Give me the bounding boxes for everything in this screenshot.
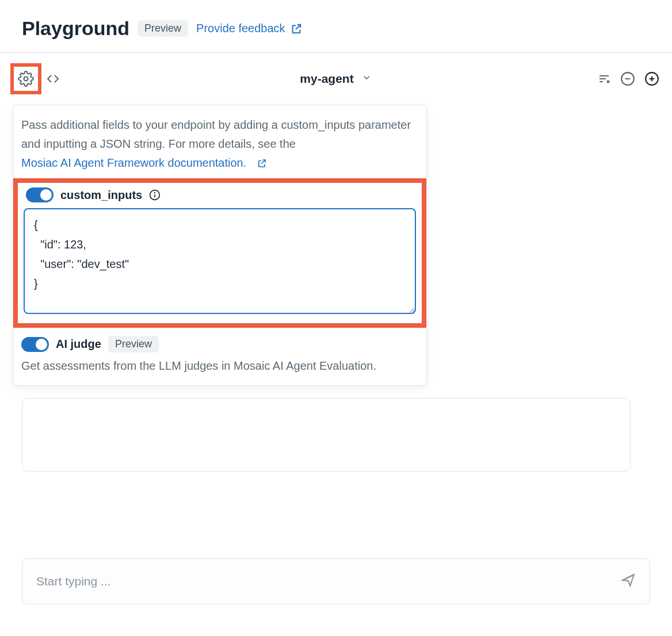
background-card	[22, 398, 631, 472]
external-link-icon	[290, 22, 303, 35]
plus-circle-icon[interactable]	[644, 71, 659, 86]
external-link-icon	[257, 158, 267, 168]
minus-circle-icon[interactable]	[620, 71, 635, 86]
ai-judge-toggle[interactable]	[21, 337, 49, 352]
ai-judge-label: AI judge	[56, 338, 101, 351]
gear-icon[interactable]	[18, 71, 34, 87]
docs-link[interactable]: Mosiac AI Agent Framework documentation.	[21, 154, 267, 173]
custom-inputs-textarea[interactable]	[24, 208, 416, 314]
main-area: Pass additional fields to your endpoint …	[0, 105, 672, 636]
toolbar-right-icons	[597, 71, 659, 86]
send-icon[interactable]	[621, 573, 636, 590]
feedback-link-label: Provide feedback	[196, 22, 285, 35]
provide-feedback-link[interactable]: Provide feedback	[196, 22, 303, 35]
page-header: Playground Preview Provide feedback	[0, 0, 672, 52]
custom-inputs-toggle[interactable]	[26, 187, 54, 202]
chat-placeholder: Start typing ...	[36, 574, 621, 588]
endpoint-name: my-agent	[300, 72, 353, 86]
svg-point-13	[155, 193, 155, 193]
custom-inputs-label: custom_inputs	[60, 189, 142, 202]
ai-judge-badge: Preview	[108, 336, 159, 353]
toolbar: my-agent	[0, 52, 672, 105]
preview-badge: Preview	[138, 20, 188, 37]
custom-inputs-row: custom_inputs	[24, 187, 416, 208]
settings-panel: Pass additional fields to your endpoint …	[13, 105, 427, 386]
chevron-down-icon	[362, 72, 372, 86]
ai-judge-desc: Get assessments from the LLM judges in M…	[13, 356, 426, 373]
settings-intro-text: Pass additional fields to your endpoint …	[21, 118, 411, 150]
page-title: Playground	[22, 17, 129, 40]
chat-input[interactable]: Start typing ...	[22, 558, 650, 604]
info-icon[interactable]	[149, 189, 161, 201]
settings-intro: Pass additional fields to your endpoint …	[13, 116, 426, 178]
svg-point-0	[24, 77, 28, 81]
endpoint-selector[interactable]: my-agent	[300, 72, 372, 86]
svg-marker-15	[623, 574, 634, 586]
clear-filter-icon[interactable]	[597, 72, 611, 86]
docs-link-label: Mosiac AI Agent Framework documentation.	[21, 154, 246, 173]
code-toggle-icon[interactable]	[46, 72, 60, 86]
gear-highlight	[10, 63, 41, 94]
ai-judge-row: AI judge Preview	[13, 336, 426, 356]
custom-inputs-highlight: custom_inputs	[13, 178, 426, 328]
